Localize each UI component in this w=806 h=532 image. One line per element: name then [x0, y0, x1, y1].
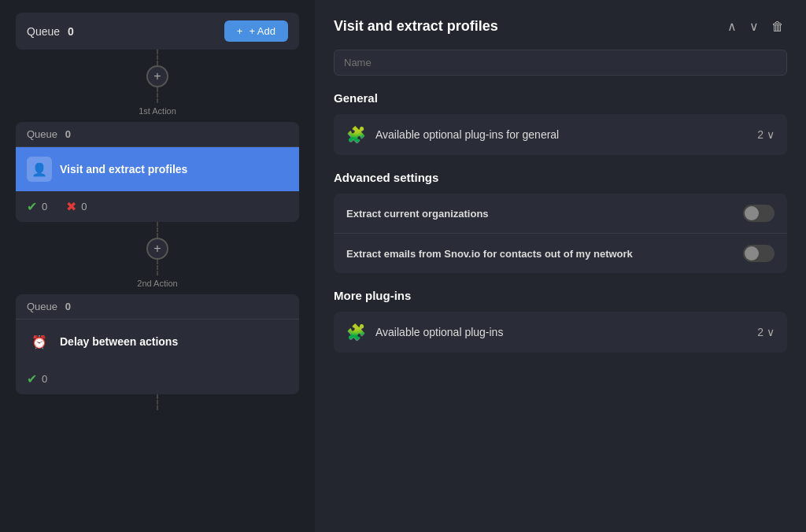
check-icon-delay: ✔	[27, 371, 37, 386]
general-section-title: General	[334, 91, 787, 105]
left-panel: Queue 0 + + Add + 1st Action Queue 0 👤 V…	[0, 0, 315, 532]
check-icon: ✔	[27, 199, 37, 214]
panel-header-actions: ∧ ∨ 🗑	[724, 16, 787, 37]
connector-1: + 1st Action	[139, 50, 176, 122]
dashed-line-5	[157, 394, 158, 410]
more-puzzle-icon: 🧩	[346, 323, 366, 342]
dashed-line	[157, 50, 158, 65]
general-plugin-left: 🧩 Available optional plug-ins for genera…	[346, 125, 559, 144]
cross-icon: ✖	[66, 199, 76, 214]
extract-emails-toggle[interactable]	[743, 245, 775, 262]
connector-2: + 2nd Action	[137, 222, 177, 294]
dashed-line-3	[157, 222, 158, 238]
more-plugin-count: 2 ∨	[757, 326, 775, 338]
delay-stats: ✔ 0	[16, 364, 299, 394]
top-queue-label: Queue 0	[27, 25, 74, 38]
right-panel: Visit and extract profiles ∧ ∨ 🗑 General…	[315, 0, 806, 532]
general-puzzle-icon: 🧩	[346, 125, 366, 144]
visit-extract-icon: 👤	[27, 157, 52, 182]
extract-emails-row: Extract emails from Snov.io for contacts…	[334, 234, 787, 273]
chevron-down-icon-2: ∨	[767, 326, 775, 338]
plus-icon-2: +	[153, 242, 161, 256]
visit-extract-action-item[interactable]: 👤 Visit and extract profiles	[16, 147, 299, 191]
advanced-section-title: Advanced settings	[334, 171, 787, 184]
more-plugin-left: 🧩 Available optional plug-ins	[346, 323, 503, 342]
delete-button[interactable]: 🗑	[768, 17, 787, 37]
dashed-line-2	[157, 87, 158, 103]
delay-success-stat: ✔ 0	[27, 371, 47, 386]
first-action-label: 1st Action	[139, 106, 176, 116]
extract-org-label: Extract current organizations	[346, 208, 489, 220]
visit-extract-stats: ✔ 0 ✖ 0	[16, 191, 299, 222]
extract-org-row: Extract current organizations	[334, 194, 787, 234]
add-button[interactable]: + + Add	[224, 20, 288, 42]
extract-emails-label: Extract emails from Snov.io for contacts…	[346, 248, 633, 260]
success-stat: ✔ 0	[27, 199, 47, 214]
top-queue-block: Queue 0 + + Add	[16, 13, 299, 50]
fail-stat: ✖ 0	[66, 199, 87, 214]
panel-header: Visit and extract profiles ∧ ∨ 🗑	[334, 16, 787, 37]
add-action-circle-1[interactable]: +	[146, 65, 168, 87]
advanced-settings-card: Extract current organizations Extract em…	[334, 194, 787, 273]
extract-org-toggle[interactable]	[743, 205, 775, 222]
add-action-circle-2[interactable]: +	[146, 238, 168, 260]
delay-icon: ⏰	[27, 329, 52, 354]
more-plugin-card[interactable]: 🧩 Available optional plug-ins 2 ∨	[334, 312, 787, 353]
general-plugin-card[interactable]: 🧩 Available optional plug-ins for genera…	[334, 114, 787, 155]
plus-icon: +	[237, 25, 243, 37]
action-queue-row-1: Queue 0	[16, 122, 299, 147]
connector-3	[157, 394, 158, 410]
chevron-up-button[interactable]: ∧	[724, 16, 740, 37]
chevron-down-button[interactable]: ∨	[746, 16, 762, 37]
delay-action-item[interactable]: ⏰ Delay between actions	[16, 320, 299, 364]
general-plugin-label: Available optional plug-ins for general	[375, 128, 559, 141]
second-action-label: 2nd Action	[137, 279, 177, 288]
action-queue-row-2: Queue 0	[16, 294, 299, 320]
first-action-block: Queue 0 👤 Visit and extract profiles ✔ 0…	[16, 122, 299, 222]
second-action-block: Queue 0 ⏰ Delay between actions ✔ 0	[16, 294, 299, 394]
dashed-line-4	[157, 260, 158, 275]
name-input[interactable]	[334, 50, 787, 76]
more-plugins-section-title: More plug-ins	[334, 289, 787, 302]
visit-extract-label: Visit and extract profiles	[60, 163, 187, 175]
chevron-down-icon: ∨	[767, 128, 775, 141]
more-plugin-label: Available optional plug-ins	[375, 326, 503, 338]
plus-icon: +	[153, 69, 161, 83]
panel-title: Visit and extract profiles	[334, 18, 498, 35]
delay-label: Delay between actions	[60, 335, 178, 348]
general-plugin-count: 2 ∨	[757, 128, 775, 141]
